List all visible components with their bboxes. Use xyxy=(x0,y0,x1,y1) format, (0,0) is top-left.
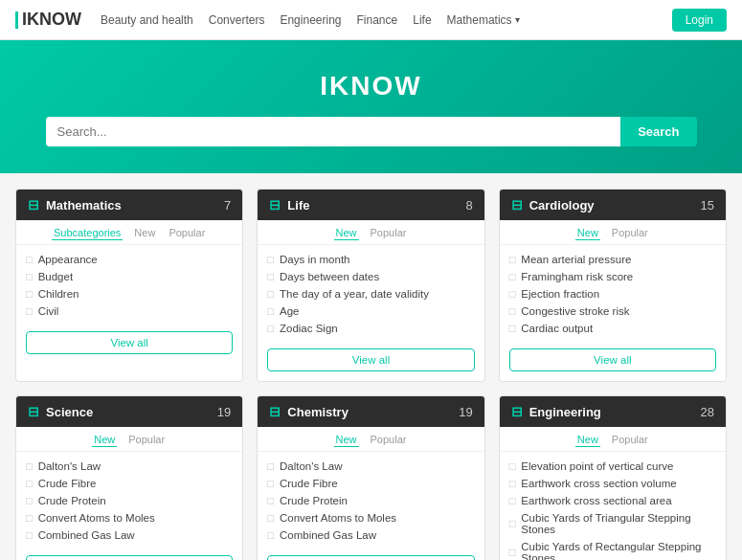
card-tabs-life: NewPopular xyxy=(258,220,483,245)
search-button[interactable]: Search xyxy=(620,117,696,146)
list-item[interactable]: □Elevation point of vertical curve xyxy=(509,458,716,475)
card-tab-popular[interactable]: Popular xyxy=(126,433,167,447)
list-item[interactable]: □Congestive stroke risk xyxy=(509,302,716,320)
hero-title: IKNOW xyxy=(15,71,727,101)
item-label: Children xyxy=(38,288,79,300)
card-tab-new[interactable]: New xyxy=(132,226,157,240)
card-header-mathematics: ⊟ Mathematics 7 xyxy=(16,190,242,220)
category-icon: ⊟ xyxy=(28,197,39,213)
list-item[interactable]: □Budget xyxy=(26,268,233,285)
card-tab-new[interactable]: New xyxy=(575,433,600,447)
view-all-mathematics[interactable]: View all xyxy=(26,331,233,354)
item-icon: □ xyxy=(509,547,516,558)
nav-item-life[interactable]: Life xyxy=(413,13,431,27)
item-icon: □ xyxy=(26,271,33,282)
item-label: Crude Protein xyxy=(280,495,348,506)
item-label: Appearance xyxy=(38,254,98,265)
card-title: Cardiology xyxy=(529,198,595,213)
card-tab-popular[interactable]: Popular xyxy=(610,433,650,447)
card-tab-popular[interactable]: Popular xyxy=(369,433,409,447)
item-label: The day of a year, date validity xyxy=(280,288,429,300)
card-chemistry: ⊟ Chemistry 19 NewPopular□Dalton's Law□C… xyxy=(257,395,484,560)
card-tab-new[interactable]: New xyxy=(334,433,359,447)
list-item[interactable]: □Convert Atoms to Moles xyxy=(267,509,474,526)
item-icon: □ xyxy=(267,512,274,524)
nav-item-converters[interactable]: Converters xyxy=(209,13,265,27)
list-item[interactable]: □Crude Protein xyxy=(267,492,474,509)
brand-name: IKNOW xyxy=(22,10,81,30)
list-item[interactable]: □Dalton's Law xyxy=(26,458,233,475)
list-item[interactable]: □Crude Fibre xyxy=(26,475,233,492)
list-item[interactable]: □Days in month xyxy=(267,251,474,268)
list-item[interactable]: □Earthwork cross section volume xyxy=(509,475,716,492)
card-tab-new[interactable]: New xyxy=(334,226,359,240)
nav-item-mathematics[interactable]: Mathematics▾ xyxy=(447,13,520,27)
card-tab-new[interactable]: New xyxy=(575,226,600,240)
list-item[interactable]: □Ejection fraction xyxy=(509,285,716,302)
item-label: Age xyxy=(280,305,299,317)
list-item[interactable]: □Mean arterial pressure xyxy=(509,251,716,268)
list-item[interactable]: □Cubic Yards of Triangular Stepping Ston… xyxy=(509,509,716,538)
card-title: Life xyxy=(287,198,309,213)
card-mathematics: ⊟ Mathematics 7 SubcategoriesNewPopular□… xyxy=(15,189,243,382)
view-all-science[interactable]: View all xyxy=(26,555,233,560)
category-icon: ⊟ xyxy=(511,404,523,419)
card-header-life: ⊟ Life 8 xyxy=(258,190,483,220)
list-item[interactable]: □Dalton's Law xyxy=(267,458,474,475)
list-item[interactable]: □Age xyxy=(267,302,474,320)
item-label: Cubic Yards of Triangular Stepping Stone… xyxy=(521,512,716,535)
nav-links: Beauty and healthConvertersEngineeringFi… xyxy=(101,13,672,27)
item-icon: □ xyxy=(267,495,274,506)
hero-section: IKNOW Search xyxy=(0,40,742,173)
card-tab-popular[interactable]: Popular xyxy=(369,226,409,240)
list-item[interactable]: □Convert Atoms to Moles xyxy=(26,509,233,526)
item-icon: □ xyxy=(509,305,516,317)
item-label: Zodiac Sign xyxy=(280,323,338,334)
list-item[interactable]: □The day of a year, date validity xyxy=(267,285,474,302)
login-button[interactable]: Login xyxy=(672,9,727,32)
item-label: Cubic Yards of Rectangular Stepping Ston… xyxy=(521,541,716,560)
item-label: Crude Fibre xyxy=(38,478,97,489)
card-header-left: ⊟ Engineering xyxy=(511,404,601,419)
card-tabs-chemistry: NewPopular xyxy=(258,427,483,452)
list-item[interactable]: □Crude Protein xyxy=(26,492,233,509)
card-header-left: ⊟ Mathematics xyxy=(28,197,122,213)
nav-item-beauty-and-health[interactable]: Beauty and health xyxy=(101,13,193,27)
nav-item-finance[interactable]: Finance xyxy=(357,13,398,27)
nav-label: Mathematics xyxy=(447,13,512,27)
search-input[interactable] xyxy=(46,117,621,146)
item-label: Framingham risk score xyxy=(521,271,633,282)
list-item[interactable]: □Earthwork cross sectional area xyxy=(509,492,716,509)
list-item[interactable]: □Cubic Yards of Rectangular Stepping Sto… xyxy=(509,538,716,560)
card-tab-subcategories[interactable]: Subcategories xyxy=(52,226,123,240)
card-tab-popular[interactable]: Popular xyxy=(610,226,650,240)
list-item[interactable]: □Days between dates xyxy=(267,268,474,285)
list-item[interactable]: □Children xyxy=(26,285,233,302)
list-item[interactable]: □Framingham risk score xyxy=(509,268,716,285)
card-tabs-mathematics: SubcategoriesNewPopular xyxy=(16,220,242,245)
card-tab-new[interactable]: New xyxy=(92,433,117,447)
list-item[interactable]: □Zodiac Sign xyxy=(267,320,474,337)
list-item[interactable]: □Appearance xyxy=(26,251,233,268)
view-all-chemistry[interactable]: View all xyxy=(267,555,474,560)
card-tab-popular[interactable]: Popular xyxy=(167,226,207,240)
chevron-down-icon: ▾ xyxy=(515,14,520,25)
brand-bar xyxy=(15,11,18,29)
list-item[interactable]: □Crude Fibre xyxy=(267,475,474,492)
list-item[interactable]: □Cardiac output xyxy=(509,320,716,337)
brand-logo[interactable]: IKNOW xyxy=(15,10,81,30)
list-item[interactable]: □Combined Gas Law xyxy=(26,526,233,544)
card-header-cardiology: ⊟ Cardiology 15 xyxy=(500,190,726,220)
item-label: Convert Atoms to Moles xyxy=(38,512,155,524)
card-header-chemistry: ⊟ Chemistry 19 xyxy=(258,396,483,427)
item-label: Budget xyxy=(38,271,73,282)
list-item[interactable]: □Civil xyxy=(26,302,233,320)
item-icon: □ xyxy=(267,478,274,489)
item-icon: □ xyxy=(267,288,274,300)
list-item[interactable]: □Combined Gas Law xyxy=(267,526,474,544)
view-all-cardiology[interactable]: View all xyxy=(509,348,716,371)
item-icon: □ xyxy=(509,271,516,282)
nav-item-engineering[interactable]: Engineering xyxy=(280,13,341,27)
card-items-chemistry: □Dalton's Law□Crude Fibre□Crude Protein□… xyxy=(258,452,483,549)
view-all-life[interactable]: View all xyxy=(267,348,474,371)
